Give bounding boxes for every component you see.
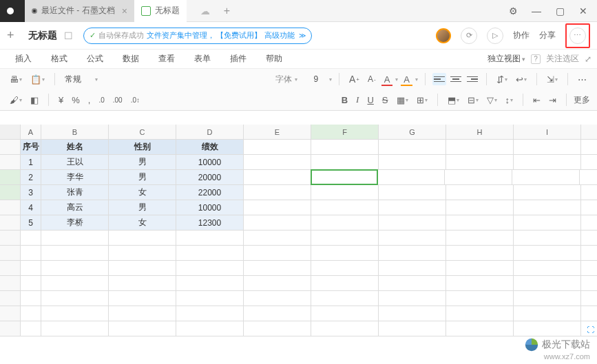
minimize-button[interactable]: — <box>530 6 543 17</box>
cell[interactable] <box>109 261 176 275</box>
advanced-link[interactable]: 高级功能 <box>264 30 295 41</box>
cell[interactable] <box>514 246 581 260</box>
menu-format[interactable]: 格式 <box>41 53 77 65</box>
cell[interactable] <box>21 246 41 260</box>
cell[interactable] <box>379 155 446 169</box>
cell[interactable] <box>311 169 378 185</box>
bold-button[interactable]: B <box>339 94 350 107</box>
row-header[interactable] <box>0 306 21 321</box>
cell[interactable] <box>311 321 379 336</box>
more-menu-button[interactable]: ⋯ <box>569 28 586 44</box>
cell[interactable] <box>379 246 446 260</box>
cell[interactable] <box>514 261 581 275</box>
cell[interactable]: 高云 <box>41 200 109 215</box>
row-header[interactable] <box>0 231 21 245</box>
cell[interactable] <box>514 231 581 245</box>
cell[interactable] <box>514 306 581 321</box>
format-painter-button[interactable]: 🖌▾ <box>7 94 25 107</box>
cell[interactable]: 李华 <box>41 170 109 184</box>
independent-view[interactable]: 独立视图▾ <box>488 53 525 65</box>
col-header-C[interactable]: C <box>109 125 176 139</box>
cell[interactable] <box>446 276 514 290</box>
avatar[interactable] <box>436 28 451 43</box>
cell[interactable] <box>311 276 379 290</box>
col-header-H[interactable]: H <box>446 125 514 139</box>
cell[interactable] <box>379 200 446 215</box>
cell[interactable] <box>109 306 176 321</box>
font-increase-button[interactable]: A+ <box>346 72 362 86</box>
cell[interactable] <box>514 321 581 336</box>
menu-view[interactable]: 查看 <box>149 53 185 65</box>
cell[interactable]: 姓名 <box>41 140 109 154</box>
col-header-F[interactable]: F <box>311 125 379 139</box>
more-options-button[interactable]: ⋯ <box>575 73 590 86</box>
cell[interactable] <box>514 185 581 200</box>
cell[interactable] <box>311 215 379 230</box>
row-header[interactable] <box>0 200 21 215</box>
freeze-button[interactable]: ⊟▾ <box>465 94 481 107</box>
cell[interactable] <box>311 231 379 245</box>
help-icon[interactable]: ? <box>531 54 541 64</box>
cell[interactable] <box>21 321 41 336</box>
indent-dec-button[interactable]: ⇤ <box>530 94 543 107</box>
col-header-E[interactable]: E <box>244 125 311 139</box>
comma-button[interactable]: , <box>85 94 94 107</box>
select-all-corner[interactable] <box>0 125 21 139</box>
cell[interactable] <box>311 261 379 275</box>
row-header[interactable] <box>0 170 21 184</box>
cell[interactable] <box>41 261 109 275</box>
document-title[interactable]: 无标题 <box>28 30 57 42</box>
cell[interactable] <box>244 231 311 245</box>
asset-mgmt-link[interactable]: 文件资产集中管理， <box>147 30 215 41</box>
insert-row-button[interactable]: ⬒▾ <box>445 94 462 107</box>
decimal-dec-button[interactable]: .0 <box>96 95 107 105</box>
row-header[interactable] <box>0 321 21 336</box>
tab-untitled[interactable]: 无标题 <box>134 0 187 22</box>
cell[interactable]: 2 <box>21 170 41 184</box>
cell[interactable] <box>176 306 244 321</box>
align-right-button[interactable] <box>465 73 479 85</box>
collab-button[interactable]: 协作 <box>513 30 530 41</box>
settings-icon[interactable]: ⚙ <box>506 6 520 17</box>
indent-inc-button[interactable]: ⇥ <box>546 94 559 107</box>
cell[interactable]: 性别 <box>109 140 176 154</box>
decimal-toggle-button[interactable]: .0↕ <box>128 95 143 105</box>
cell[interactable] <box>514 291 581 306</box>
cloud-icon[interactable]: ☁ <box>200 6 210 17</box>
cell[interactable] <box>109 246 176 260</box>
autosave-pill[interactable]: ✓ 自动保存成功 文件资产集中管理， 【免费试用】 高级功能 ≫ <box>83 28 312 44</box>
menu-formula[interactable]: 公式 <box>77 53 113 65</box>
cell[interactable] <box>446 321 514 336</box>
cell[interactable] <box>377 170 445 184</box>
cell[interactable] <box>176 321 244 336</box>
wrap-button[interactable]: ↩▾ <box>513 73 530 86</box>
cell[interactable] <box>514 140 581 154</box>
expand-icon[interactable]: ⤢ <box>585 54 591 64</box>
cell[interactable] <box>379 215 446 230</box>
cell[interactable] <box>21 276 41 290</box>
cell[interactable] <box>244 170 311 184</box>
cell[interactable] <box>446 246 514 260</box>
cell[interactable] <box>379 276 446 290</box>
font-size-select[interactable]: 9 <box>306 74 326 84</box>
cell[interactable] <box>244 276 311 290</box>
cell[interactable] <box>244 291 311 306</box>
decimal-inc-button[interactable]: .00 <box>110 95 125 105</box>
cell[interactable] <box>244 306 311 321</box>
row-header[interactable] <box>0 185 21 200</box>
cell[interactable] <box>446 140 514 154</box>
cell[interactable] <box>21 291 41 306</box>
paste-button[interactable]: 📋▾ <box>28 73 48 86</box>
more-tools-button[interactable]: 更多 <box>574 94 590 106</box>
bookmark-icon[interactable]: ☐ <box>64 30 73 41</box>
cell[interactable] <box>109 321 176 336</box>
font-decrease-button[interactable]: A- <box>365 73 379 85</box>
row-header[interactable] <box>0 246 21 260</box>
filter-button[interactable]: ▽▾ <box>484 94 500 107</box>
row-header[interactable] <box>0 291 21 306</box>
align-left-button[interactable] <box>432 73 446 85</box>
cell[interactable] <box>446 200 514 215</box>
cell[interactable] <box>514 276 581 290</box>
row-header[interactable] <box>0 261 21 275</box>
cell[interactable]: 5 <box>21 215 41 230</box>
